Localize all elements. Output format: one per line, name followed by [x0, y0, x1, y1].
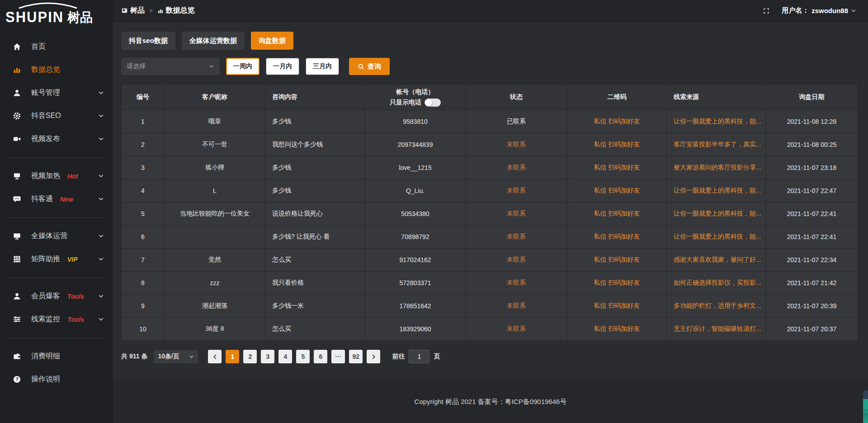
cell-account: 50534380: [365, 202, 466, 226]
sidebar-item-1[interactable]: 数据总览: [0, 58, 113, 81]
goto-page: 前往 页: [392, 350, 440, 363]
cell-qrcode-link[interactable]: 私信 扫码加好友: [567, 179, 667, 202]
cell-qrcode-link[interactable]: 私信 扫码加好友: [567, 249, 667, 272]
chevron-down-icon: [98, 173, 104, 179]
cell-qrcode-link[interactable]: 私信 扫码加好友: [567, 226, 667, 249]
sidebar-item-label: 视频发布: [31, 134, 60, 144]
sidebar-item-4[interactable]: 视频发布: [0, 127, 113, 150]
sidebar-divider: [8, 277, 105, 278]
breadcrumb-current[interactable]: 数据总览: [157, 6, 195, 15]
sidebar-item-0[interactable]: 首页: [0, 35, 113, 58]
page-button-5[interactable]: 5: [296, 350, 310, 363]
cell-content: 多少钱: [265, 156, 365, 179]
cell-qrcode-link[interactable]: 私信 扫码加好友: [567, 202, 667, 226]
cell-date: 2021-11-07 22:41: [766, 202, 858, 226]
cell-content: 怎么买: [265, 318, 365, 341]
sidebar-item-10[interactable]: 矩阵助推VIP: [0, 248, 113, 271]
main-column: 树品 > 数据总览 用户名： zswodun88 抖音seo数据全媒体运营数据询…: [113, 0, 868, 423]
cell-source-link[interactable]: 无主灯设计，智能磁吸轨道灯...: [667, 318, 766, 341]
chevron-down-icon: [98, 256, 104, 262]
page-ellipsis-button[interactable]: ···: [331, 350, 345, 363]
cell-id: 7: [122, 249, 165, 272]
user-menu[interactable]: 用户名： zswodun88: [782, 6, 856, 15]
cell-date: 2021-11-07 22:41: [766, 226, 858, 249]
phone-only-toggle[interactable]: [425, 99, 441, 107]
sidebar-item-label: 首页: [31, 42, 46, 52]
next-page-button[interactable]: [367, 350, 380, 363]
floating-widget[interactable]: [863, 390, 868, 423]
tab-1[interactable]: 全媒体运营数据: [182, 32, 245, 50]
cell-source-link[interactable]: 让你一眼就爱上的黑科技，能...: [667, 202, 766, 226]
query-button[interactable]: 查询: [349, 58, 390, 75]
sidebar-item-15[interactable]: 消费明细: [0, 345, 113, 368]
sidebar-divider: [8, 217, 105, 218]
sidebar-item-7[interactable]: 抖客通New: [0, 188, 113, 211]
cell-qrcode-link[interactable]: 私信 扫码加好友: [567, 318, 667, 341]
chevron-down-icon: [851, 8, 856, 14]
sidebar-item-label: 视频加热: [31, 171, 60, 181]
sidebar-item-3[interactable]: 抖音SEO: [0, 104, 113, 127]
prev-page-button[interactable]: [208, 350, 222, 363]
sidebar-item-9[interactable]: 全媒体运营: [0, 225, 113, 248]
breadcrumb-separator: >: [149, 7, 153, 14]
cell-source-link[interactable]: 让你一眼就爱上的黑科技，能...: [667, 179, 766, 202]
page-button-6[interactable]: 6: [314, 350, 327, 363]
page-button-1[interactable]: 1: [226, 350, 239, 363]
range-button-1[interactable]: 一月内: [266, 58, 299, 75]
cell-source-link[interactable]: 感谢大家喜欢我家，被问了好...: [667, 249, 766, 272]
breadcrumb: 树品 > 数据总览: [121, 6, 195, 15]
cell-account: Q_Liu.: [365, 179, 466, 202]
sidebar-divider: [8, 157, 105, 158]
cell-source-link[interactable]: 被大家追着问的客厅投影分享...: [667, 156, 766, 179]
sidebar-divider: [8, 338, 105, 338]
page-button-2[interactable]: 2: [243, 350, 257, 363]
chevron-down-icon: [98, 136, 104, 142]
cell-qrcode-link[interactable]: 私信 扫码加好友: [567, 295, 667, 318]
account-select[interactable]: 请选择: [121, 58, 220, 75]
tab-2[interactable]: 询盘数据: [251, 32, 293, 50]
goto-page-input[interactable]: [409, 350, 429, 363]
sidebar-item-6[interactable]: 视频加热Hot: [0, 164, 113, 188]
cell-qrcode-link[interactable]: 私信 扫码加好友: [567, 133, 667, 156]
cell-qrcode-link[interactable]: 私信 扫码加好友: [567, 156, 667, 179]
range-button-0[interactable]: 一周内: [226, 58, 259, 75]
tab-0[interactable]: 抖音seo数据: [121, 32, 175, 50]
inquiry-table: 编号 客户昵称 咨询内容 帐号（电话） 只显示电话 状态 二维码 线索来源 询盘…: [121, 84, 858, 341]
cell-source-link[interactable]: 如何正确选择投影仪，买投影...: [667, 272, 766, 295]
cell-id: 3: [122, 156, 165, 179]
page-button-92[interactable]: 92: [349, 350, 363, 363]
cell-content: 多少钱一米: [265, 295, 365, 318]
sidebar-item-2[interactable]: 账号管理: [0, 81, 113, 104]
fullscreen-icon[interactable]: [763, 7, 770, 14]
page-size-select[interactable]: 10条/页: [154, 350, 198, 363]
sidebar-item-13[interactable]: 线索监控Tools: [0, 308, 113, 331]
sidebar-item-16[interactable]: ?操作说明: [0, 368, 113, 391]
sidebar-item-12[interactable]: 会员爆客Tools: [0, 285, 113, 308]
sidebar-item-label: 矩阵助推: [31, 254, 60, 264]
range-button-2[interactable]: 三月内: [306, 58, 339, 75]
table-row: 1036度 8怎么买183929060未联系私信 扫码加好友无主灯设计，智能磁吸…: [122, 318, 858, 341]
cell-id: 4: [122, 179, 165, 202]
col-id: 编号: [122, 85, 165, 110]
page-size-value: 10条/页: [158, 352, 179, 361]
cell-date: 2021-11-08 12:28: [766, 110, 858, 133]
pager: 123456···92: [208, 350, 380, 363]
breadcrumb-root[interactable]: 树品: [121, 6, 145, 15]
cell-source-link[interactable]: 客厅安装投影半年多了，真实...: [667, 133, 766, 156]
sidebar-item-label: 消费明细: [31, 352, 60, 361]
gear-icon: [13, 112, 21, 120]
cell-date: 2021-11-07 20:37: [766, 318, 858, 341]
cell-source-link[interactable]: 多功能护栏灯，适用于乡村文...: [667, 295, 766, 318]
cell-source-link[interactable]: 让你一眼就爱上的黑科技，能...: [667, 226, 766, 249]
status-badge: 未联系: [466, 249, 567, 272]
page-button-3[interactable]: 3: [261, 350, 274, 363]
cell-content: 说说价格让我死心: [265, 202, 365, 226]
sidebar-item-badge: New: [60, 196, 73, 203]
cell-qrcode-link[interactable]: 私信 扫码加好友: [567, 272, 667, 295]
cell-source-link[interactable]: 让你一眼就爱上的黑科技，能...: [667, 110, 766, 133]
page-button-4[interactable]: 4: [278, 350, 292, 363]
table-row: 7觉然怎么买917024162未联系私信 扫码加好友感谢大家喜欢我家，被问了好.…: [122, 249, 858, 272]
cell-qrcode-link[interactable]: 私信 扫码加好友: [567, 110, 667, 133]
goto-suffix: 页: [434, 352, 440, 361]
filter-row: 请选择 一周内一月内三月内 查询: [121, 58, 858, 75]
